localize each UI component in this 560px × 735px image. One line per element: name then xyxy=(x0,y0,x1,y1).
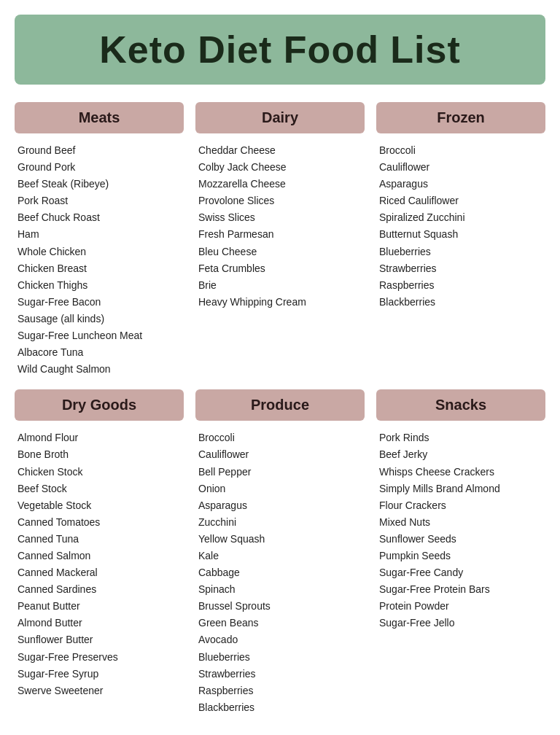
list-item: Broccoli xyxy=(379,142,542,159)
section-label-dry-goods: Dry Goods xyxy=(62,397,136,413)
list-item: Blackberries xyxy=(198,699,362,716)
list-item: Blueberries xyxy=(379,244,542,260)
list-item: Bell Pepper xyxy=(198,464,362,481)
list-item: Onion xyxy=(198,481,362,497)
list-item: Whole Chicken xyxy=(18,244,181,260)
list-item: Pork Rinds xyxy=(379,429,542,446)
section-header-produce: Produce xyxy=(195,389,365,421)
list-item: Cheddar Cheese xyxy=(198,142,362,159)
list-item: Sugar-Free Bacon xyxy=(18,294,181,311)
list-item: Raspberries xyxy=(379,277,542,294)
section-produce: Produce Broccoli Cauliflower Bell Pepper… xyxy=(195,389,365,716)
list-item: Albacore Tuna xyxy=(18,344,181,361)
page-wrapper: Keto Diet Food List Meats Ground Beef Gr… xyxy=(0,0,560,735)
list-item: Canned Tuna xyxy=(18,531,181,548)
title-banner: Keto Diet Food List xyxy=(15,15,545,85)
list-item: Provolone Slices xyxy=(198,192,362,209)
list-item: Cauliflower xyxy=(198,446,362,463)
snacks-list: Pork Rinds Beef Jerky Whisps Cheese Crac… xyxy=(376,429,545,631)
list-item: Mozzarella Cheese xyxy=(198,176,362,192)
list-item: Swerve Sweetener xyxy=(18,682,181,699)
list-item: Beef Steak (Ribeye) xyxy=(18,176,181,192)
list-item: Feta Crumbles xyxy=(198,260,362,277)
list-item: Heavy Whipping Cream xyxy=(198,294,362,311)
list-item: Broccoli xyxy=(198,429,362,446)
list-item: Sugar-Free Jello xyxy=(379,615,542,631)
list-item: Riced Cauliflower xyxy=(379,192,542,209)
page-title: Keto Diet Food List xyxy=(22,28,538,71)
list-item: Almond Butter xyxy=(18,615,181,631)
list-item: Cauliflower xyxy=(379,159,542,176)
list-item: Canned Sardines xyxy=(18,581,181,598)
section-label-frozen: Frozen xyxy=(437,109,485,125)
list-item: Beef Stock xyxy=(18,481,181,497)
footer: PremeditatedLeftovers.com xyxy=(15,731,545,735)
list-item: Asparagus xyxy=(198,497,362,514)
list-item: Sunflower Butter xyxy=(18,631,181,648)
list-item: Sunflower Seeds xyxy=(379,531,542,548)
list-item: Spiralized Zucchini xyxy=(379,209,542,226)
section-label-meats: Meats xyxy=(79,109,120,125)
list-item: Butternut Squash xyxy=(379,226,542,243)
list-item: Kale xyxy=(198,548,362,564)
list-item: Sausage (all kinds) xyxy=(18,311,181,327)
list-item: Brie xyxy=(198,277,362,294)
list-item: Pumpkin Seeds xyxy=(379,548,542,564)
list-item: Sugar-Free Luncheon Meat xyxy=(18,327,181,344)
section-dairy: Dairy Cheddar Cheese Colby Jack Cheese M… xyxy=(195,102,365,378)
produce-list: Broccoli Cauliflower Bell Pepper Onion A… xyxy=(195,429,365,716)
list-item: Strawberries xyxy=(379,260,542,277)
list-item: Canned Tomatoes xyxy=(18,514,181,531)
section-header-frozen: Frozen xyxy=(376,102,545,133)
list-item: Bleu Cheese xyxy=(198,244,362,260)
section-frozen: Frozen Broccoli Cauliflower Asparagus Ri… xyxy=(376,102,545,378)
section-header-dairy: Dairy xyxy=(195,102,365,133)
section-header-meats: Meats xyxy=(15,102,184,133)
list-item: Fresh Parmesan xyxy=(198,226,362,243)
list-item: Protein Powder xyxy=(379,598,542,615)
list-item: Chicken Breast xyxy=(18,260,181,277)
list-item: Mixed Nuts xyxy=(379,514,542,531)
list-item: Blackberries xyxy=(379,294,542,311)
section-header-dry-goods: Dry Goods xyxy=(15,389,184,421)
list-item: Vegetable Stock xyxy=(18,497,181,514)
section-label-produce: Produce xyxy=(251,397,309,413)
section-meats: Meats Ground Beef Ground Pork Beef Steak… xyxy=(15,102,184,378)
list-item: Yellow Squash xyxy=(198,531,362,548)
list-item: Colby Jack Cheese xyxy=(198,159,362,176)
list-item: Sugar-Free Preserves xyxy=(18,649,181,666)
list-item: Ham xyxy=(18,226,181,243)
list-item: Cabbage xyxy=(198,564,362,581)
list-item: Blueberries xyxy=(198,649,362,666)
list-item: Pork Roast xyxy=(18,192,181,209)
list-item: Chicken Thighs xyxy=(18,277,181,294)
list-item: Spinach xyxy=(198,581,362,598)
meats-list: Ground Beef Ground Pork Beef Steak (Ribe… xyxy=(15,142,184,378)
list-item: Sugar-Free Candy xyxy=(379,564,542,581)
section-snacks: Snacks Pork Rinds Beef Jerky Whisps Chee… xyxy=(376,389,545,716)
list-item: Zucchini xyxy=(198,514,362,531)
dry-goods-list: Almond Flour Bone Broth Chicken Stock Be… xyxy=(15,429,184,699)
section-dry-goods: Dry Goods Almond Flour Bone Broth Chicke… xyxy=(15,389,184,716)
list-item: Ground Beef xyxy=(18,142,181,159)
list-item: Canned Salmon xyxy=(18,548,181,564)
section-label-snacks: Snacks xyxy=(435,397,486,413)
list-item: Swiss Slices xyxy=(198,209,362,226)
list-item: Simply Mills Brand Almond xyxy=(379,481,542,497)
list-item: Sugar-Free Syrup xyxy=(18,666,181,682)
list-item: Almond Flour xyxy=(18,429,181,446)
list-item: Wild Caught Salmon xyxy=(18,361,181,378)
dairy-list: Cheddar Cheese Colby Jack Cheese Mozzare… xyxy=(195,142,365,311)
list-item: Sugar-Free Protein Bars xyxy=(379,581,542,598)
bottom-grid: Dry Goods Almond Flour Bone Broth Chicke… xyxy=(15,389,545,716)
section-label-dairy: Dairy xyxy=(262,109,298,125)
section-header-snacks: Snacks xyxy=(376,389,545,421)
frozen-list: Broccoli Cauliflower Asparagus Riced Cau… xyxy=(376,142,545,311)
list-item: Whisps Cheese Crackers xyxy=(379,464,542,481)
list-item: Bone Broth xyxy=(18,446,181,463)
list-item: Beef Jerky xyxy=(379,446,542,463)
top-grid: Meats Ground Beef Ground Pork Beef Steak… xyxy=(15,102,545,378)
list-item: Chicken Stock xyxy=(18,464,181,481)
list-item: Peanut Butter xyxy=(18,598,181,615)
list-item: Asparagus xyxy=(379,176,542,192)
